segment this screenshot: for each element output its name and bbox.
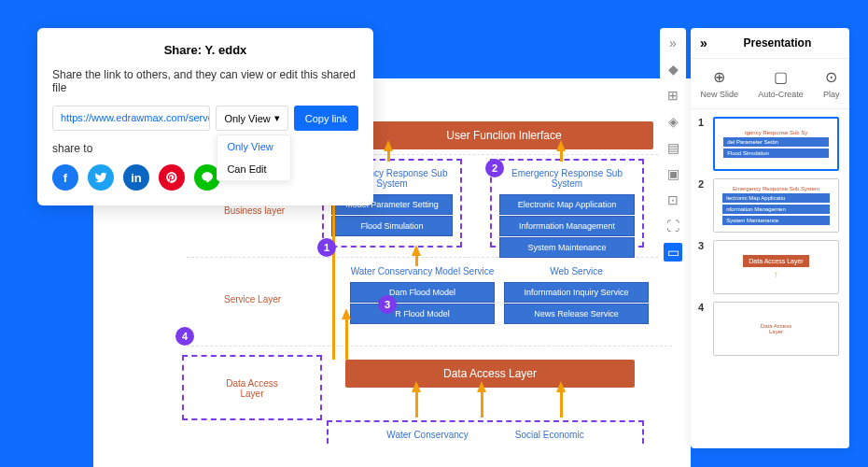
chevron-down-icon: ▾ xyxy=(274,112,280,124)
bucket-icon[interactable]: ◆ xyxy=(664,60,682,78)
arrow-head xyxy=(384,140,393,151)
arrow-head xyxy=(412,381,421,392)
arrow-head xyxy=(477,381,486,392)
share-row: https://www.edrawmax.com/server... Only … xyxy=(52,106,358,131)
arrow-icon: ↑ xyxy=(774,269,778,279)
arrow-head xyxy=(342,308,351,319)
share-to-label: share to xyxy=(52,142,358,155)
arrow-head xyxy=(556,381,566,392)
share-url-input[interactable]: https://www.edrawmax.com/server... xyxy=(52,106,210,131)
layer-label-business: Business layer xyxy=(224,205,285,216)
slide-4[interactable]: 4 Data Access Layer xyxy=(698,302,842,356)
perm-option-view[interactable]: Only View xyxy=(217,135,290,158)
group-bottom[interactable]: Water Conservancy Social Economic xyxy=(327,420,644,444)
slide-1[interactable]: 1 rgency Response Sub Sy del Parameter S… xyxy=(698,117,842,171)
grid-icon[interactable]: ⊞ xyxy=(664,86,682,105)
slide-thumb[interactable]: rgency Response Sub Sy del Parameter Set… xyxy=(713,117,839,171)
data-block[interactable]: Data Access Layer xyxy=(345,360,635,388)
stack-item[interactable]: Electronic Map Application xyxy=(499,194,635,215)
slide-2[interactable]: 2 Emergency Response Sub System lectroni… xyxy=(698,178,842,233)
slide-thumb[interactable]: Data Access Layer xyxy=(713,302,839,356)
stack-item[interactable]: R Flood Model xyxy=(350,304,495,324)
arrow xyxy=(345,313,348,360)
group-2[interactable]: Emergency Response Sub System Electronic… xyxy=(490,159,644,248)
copy-link-button[interactable]: Copy link xyxy=(294,106,358,131)
image-icon[interactable]: ▣ xyxy=(664,164,682,183)
marker-3[interactable]: 3 xyxy=(378,295,397,314)
divider xyxy=(187,346,672,347)
share-desc: Share the link to others, and they can v… xyxy=(52,68,358,94)
share-modal: Share: Y. eddx Share the link to others,… xyxy=(37,28,373,205)
bottom-r: Social Economic xyxy=(515,430,584,431)
facebook-icon[interactable]: f xyxy=(52,164,78,191)
perm-option-edit[interactable]: Can Edit xyxy=(217,158,290,180)
arrow-head xyxy=(412,245,421,256)
marker-1[interactable]: 1 xyxy=(317,238,336,257)
stack-item[interactable]: Infornmation Inquiry Service xyxy=(504,282,649,303)
auto-create-button[interactable]: ▢Auto-Create xyxy=(758,68,804,99)
collapse-icon[interactable]: » xyxy=(664,34,682,52)
group-data[interactable] xyxy=(182,355,322,420)
new-slide-button[interactable]: ⊕New Slide xyxy=(701,68,739,99)
stack-item[interactable]: System Maintenance xyxy=(499,237,635,258)
layers-icon[interactable]: ◈ xyxy=(664,112,682,131)
share-title: Share: Y. eddx xyxy=(52,43,358,57)
marker-4[interactable]: 4 xyxy=(175,327,194,346)
slide-thumb[interactable]: Emergency Response Sub System lectronic … xyxy=(713,178,839,233)
panel-header: » Presentation xyxy=(691,28,849,59)
arrow-head xyxy=(556,140,566,151)
group-title: Web Service xyxy=(504,266,649,276)
marker-2[interactable]: 2 xyxy=(485,159,504,177)
collapse-icon[interactable]: » xyxy=(700,35,707,50)
social-icons: f in xyxy=(52,164,358,191)
group-3[interactable]: Water Conservancy Model Service Dam Floo… xyxy=(350,266,495,325)
screen-icon: ▢ xyxy=(774,68,788,86)
page-icon[interactable]: ▤ xyxy=(664,138,682,157)
chart-icon[interactable]: ⊡ xyxy=(664,191,682,209)
plus-icon: ⊕ xyxy=(713,68,725,86)
panel-title: Presentation xyxy=(715,36,840,50)
stack-item[interactable]: Dam Flood Model xyxy=(350,282,495,303)
panel-actions: ⊕New Slide ▢Auto-Create ⊙Play xyxy=(691,59,849,109)
stack-item[interactable]: News Release Service xyxy=(504,304,649,324)
slide-thumb[interactable]: Data Access Layer ↑ xyxy=(713,240,839,294)
bottom-l: Water Conservancy xyxy=(386,430,468,431)
presentation-panel: » Presentation ⊕New Slide ▢Auto-Create ⊙… xyxy=(691,28,849,448)
presentation-icon[interactable]: ▭ xyxy=(664,243,682,262)
permission-dropdown[interactable]: Only View ▾ Only View Can Edit xyxy=(216,106,287,131)
slides-list: 1 rgency Response Sub Sy del Parameter S… xyxy=(691,109,849,371)
slide-3[interactable]: 3 Data Access Layer ↑ xyxy=(698,240,842,294)
group-title: Emergency Response Sub System xyxy=(499,168,635,189)
expand-icon[interactable]: ⛶ xyxy=(664,217,682,235)
stack-item[interactable]: Inforrmation Management xyxy=(499,216,635,236)
group-title: Water Conservancy Model Service xyxy=(350,266,495,276)
layer-label-service: Service Layer xyxy=(224,294,281,304)
permission-menu: Only View Can Edit xyxy=(217,134,291,181)
group-4[interactable]: Web Service Infornmation Inquiry Service… xyxy=(504,266,649,325)
linkedin-icon[interactable]: in xyxy=(123,164,149,191)
stack-item[interactable]: Flood Simulation xyxy=(331,216,453,236)
ui-block[interactable]: User Funclion Inlerface xyxy=(355,121,653,149)
play-icon: ⊙ xyxy=(825,68,837,86)
pinterest-icon[interactable] xyxy=(159,164,185,191)
side-tools: » ◆ ⊞ ◈ ▤ ▣ ⊡ ⛶ ▭ xyxy=(660,28,686,267)
twitter-icon[interactable] xyxy=(88,164,114,191)
play-button[interactable]: ⊙Play xyxy=(823,68,840,99)
